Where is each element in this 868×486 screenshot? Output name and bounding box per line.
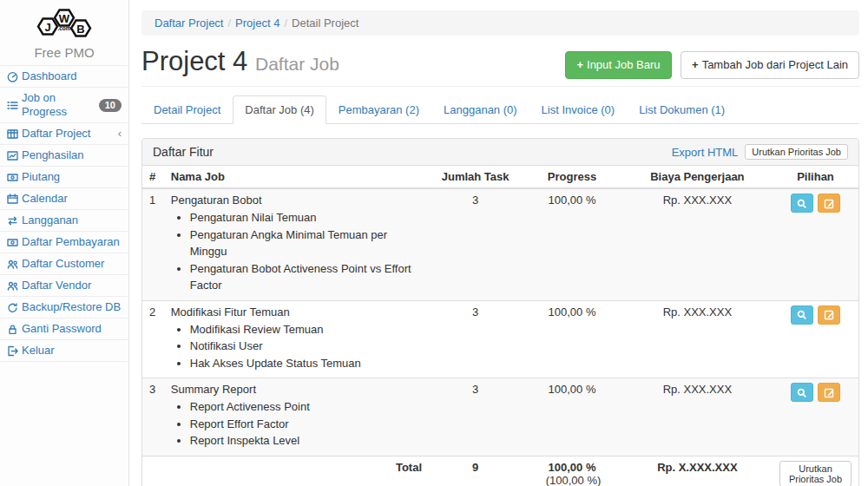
subtask-item: Notifikasi User	[190, 338, 422, 355]
logo-letter-j: J	[44, 21, 50, 34]
input-job-baru-button[interactable]: +Input Job Baru	[565, 51, 671, 79]
sidebar-item-daftar-vendor[interactable]: Daftar Vendor	[0, 275, 128, 296]
subtask-item: Pengaturan Angka Minimal Temuan per Ming…	[190, 227, 422, 260]
total-progress: 100,00 %(100,00 %)	[522, 456, 622, 486]
tab-detail-project[interactable]: Detail Project	[141, 95, 233, 124]
tab-daftar-job[interactable]: Daftar Job (4)	[233, 95, 326, 124]
panel-title: Daftar Fitur	[153, 145, 214, 159]
panel-heading: Daftar Fitur Export HTML Urutkan Priorit…	[142, 139, 858, 166]
subtask-item: Report Effort Factor	[190, 416, 422, 433]
sidebar-item-calendar[interactable]: Calendar	[0, 188, 128, 209]
tab-list-dokumen[interactable]: List Dokumen (1)	[627, 95, 737, 124]
tab-langganan[interactable]: Langganan (0)	[431, 95, 529, 124]
breadcrumb: Daftar Project/Project 4/Detail Project	[141, 10, 859, 36]
tab-list-invoice[interactable]: List Invoice (0)	[529, 95, 628, 124]
users-icon	[7, 259, 22, 270]
app-logo: J W B .com Free PMO	[0, 0, 128, 65]
cost-value: Rp. XXX.XXX	[622, 300, 773, 378]
breadcrumb-separator: /	[223, 16, 235, 30]
sidebar-item-langganan[interactable]: Langganan	[0, 210, 128, 231]
row-actions	[773, 300, 858, 378]
sidebar-item-backup-restore-db[interactable]: Backup/Restore DB	[0, 297, 128, 318]
main-content: Daftar Project/Project 4/Detail Project …	[141, 0, 859, 486]
cost-value: Rp. XXX.XXX	[622, 188, 773, 300]
logo-letter-b: B	[76, 23, 84, 36]
progress-value: 100,00 %	[522, 188, 622, 300]
calendar-icon	[7, 194, 22, 205]
edit-job-button[interactable]	[818, 305, 840, 325]
view-job-button[interactable]	[791, 383, 813, 402]
job-name-cell: Pengaturan Bobot Pengaturan Nilai Temuan…	[164, 188, 429, 300]
sidebar-item-job-on-progress[interactable]: Job on Progress 10	[0, 88, 128, 122]
subtask-list: Pengaturan Nilai Temuan Pengaturan Angka…	[190, 209, 422, 294]
page-subtitle: Daftar Job	[255, 54, 339, 74]
breadcrumb-current: Detail Project	[292, 16, 358, 30]
urutkan-prioritas-job-button[interactable]: Urutkan Prioritas Job	[745, 144, 848, 160]
refresh-icon	[7, 302, 22, 313]
logo-letter-w: W	[59, 12, 70, 25]
view-job-button[interactable]	[791, 305, 813, 325]
job-row: 2 Modifikasi Fitur Temuan Modifikasi Rev…	[142, 300, 858, 378]
plus-icon: +	[576, 58, 583, 71]
task-count: 3	[429, 188, 522, 300]
subtask-item: Pengaturan Bobot Activeness Point vs Eff…	[190, 260, 422, 294]
money-icon	[7, 237, 22, 248]
subtask-list: Report Activeness Point Report Effort Fa…	[190, 398, 422, 450]
row-actions	[773, 188, 858, 300]
list-icon	[7, 100, 22, 111]
row-actions	[773, 378, 858, 456]
progress-value: 100,00 %	[522, 300, 622, 378]
subtask-item: Modifikasi Review Temuan	[190, 321, 422, 338]
subtask-item: Hak Akses Update Status Temuan	[190, 355, 422, 372]
subtask-list: Modifikasi Review Temuan Notifikasi User…	[190, 321, 422, 372]
job-row: 3 Summary Report Report Activeness Point…	[142, 378, 858, 456]
line-chart-icon	[7, 150, 22, 161]
subtask-item: Pengaturan Nilai Temuan	[190, 209, 422, 227]
view-job-button[interactable]	[791, 194, 813, 213]
sidebar-item-piutang[interactable]: Piutang	[0, 167, 128, 187]
table-header-row: # Nama Job Jumlah Task Progress Biaya Pe…	[142, 166, 858, 188]
edit-job-button[interactable]	[818, 383, 840, 402]
total-row: Total 9 100,00 %(100,00 %) Rp. X.XXX.XXX…	[142, 456, 858, 486]
money-icon	[7, 172, 22, 183]
table-icon	[7, 128, 22, 140]
cost-value: Rp. XXX.XXX	[622, 378, 773, 456]
logo-com-text: .com	[57, 25, 70, 31]
task-count: 3	[429, 378, 522, 456]
daftar-fitur-table: # Nama Job Jumlah Task Progress Biaya Pe…	[142, 166, 858, 486]
chevron-left-icon: ‹	[118, 127, 122, 141]
breadcrumb-separator: /	[279, 16, 292, 30]
export-html-link[interactable]: Export HTML	[672, 146, 739, 159]
sidebar-item-ganti-password[interactable]: Ganti Password	[0, 319, 128, 339]
dashboard-icon	[7, 71, 22, 82]
sidebar-item-keluar[interactable]: Keluar	[0, 340, 128, 361]
project-tabs: Detail Project Daftar Job (4) Pembayaran…	[141, 95, 859, 124]
job-row: 1 Pengaturan Bobot Pengaturan Nilai Temu…	[142, 188, 858, 300]
subtask-item: Report Activeness Point	[190, 398, 422, 416]
jwb-logo-icon: J W B .com	[33, 7, 95, 43]
users-icon	[7, 280, 22, 292]
total-label: Total	[164, 456, 429, 486]
tab-pembayaran[interactable]: Pembayaran (2)	[326, 95, 431, 124]
sidebar-item-penghasilan[interactable]: Penghasilan	[0, 145, 128, 166]
breadcrumb-daftar-project[interactable]: Daftar Project	[155, 16, 223, 30]
header-buttons: +Input Job Baru +Tambah Job dari Project…	[565, 51, 859, 79]
tambah-job-dari-project-lain-button[interactable]: +Tambah Job dari Project Lain	[681, 51, 859, 79]
sidebar-item-daftar-customer[interactable]: Daftar Customer	[0, 253, 128, 274]
page-header: Project 4 Daftar Job +Input Job Baru +Ta…	[141, 36, 859, 87]
sidebar: J W B .com Free PMO Dashboard Job on Pro…	[0, 0, 129, 486]
sidebar-item-dashboard[interactable]: Dashboard	[0, 66, 128, 87]
edit-job-button[interactable]	[818, 194, 840, 213]
breadcrumb-project-4[interactable]: Project 4	[235, 16, 279, 30]
sidebar-item-daftar-pembayaran[interactable]: Daftar Pembayaran	[0, 232, 128, 253]
panel-daftar-fitur: Daftar Fitur Export HTML Urutkan Priorit…	[141, 138, 859, 486]
urutkan-prioritas-job-button[interactable]: Urutkan Prioritas Job	[779, 461, 852, 486]
sign-out-icon	[7, 345, 22, 357]
progress-value: 100,00 %	[522, 378, 622, 456]
sidebar-item-daftar-project[interactable]: Daftar Project ‹	[0, 123, 128, 144]
brand-name: Free PMO	[0, 45, 128, 60]
subtask-item: Report Inspekta Level	[190, 432, 422, 450]
job-name-cell: Modifikasi Fitur Temuan Modifikasi Revie…	[164, 300, 429, 378]
plus-icon: +	[692, 58, 699, 71]
job-name-cell: Summary Report Report Activeness Point R…	[164, 378, 429, 456]
